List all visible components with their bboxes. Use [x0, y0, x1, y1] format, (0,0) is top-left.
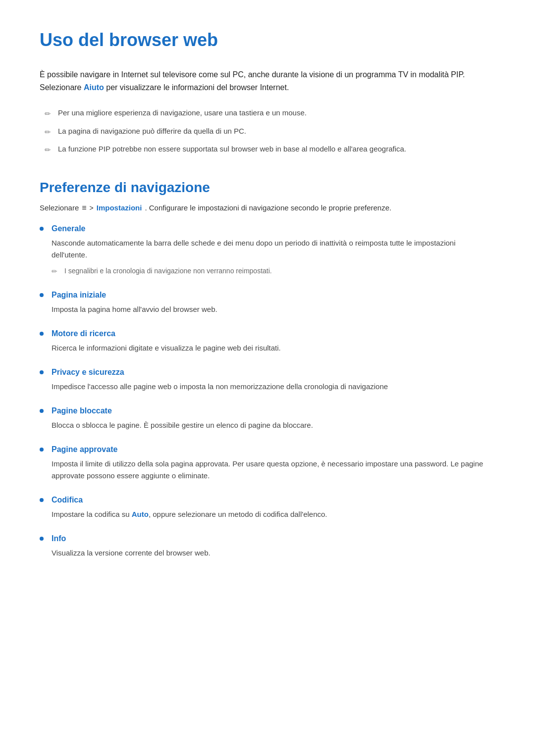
bullet-dot-pagine-bloccate	[40, 409, 44, 413]
section-title: Preferenze di navigazione	[40, 180, 495, 196]
page-title: Uso del browser web	[40, 30, 495, 50]
item-header-generale: Generale	[40, 224, 495, 233]
bullet-dot-codifica	[40, 498, 44, 502]
codifica-text-after: , oppure selezionare un metodo di codifi…	[149, 510, 327, 518]
bullet-dot-privacy	[40, 370, 44, 374]
item-header-codifica: Codifica	[40, 496, 495, 504]
pencil-icon-generale: ✏	[52, 266, 57, 277]
item-description-motore-ricerca: Ricerca le informazioni digitate e visua…	[40, 342, 485, 354]
bullet-text-2: La pagina di navigazione può differire d…	[58, 126, 246, 137]
bullet-item-3: ✏ La funzione PIP potrebbe non essere su…	[45, 144, 495, 156]
item-header-pagine-approvate: Pagine approvate	[40, 445, 495, 454]
bullet-text-3: La funzione PIP potrebbe non essere supp…	[58, 144, 406, 155]
pencil-icon-1: ✏	[45, 108, 51, 120]
list-item-motore-ricerca: Motore di ricerca Ricerca le informazion…	[40, 329, 495, 354]
settings-link[interactable]: Impostazioni	[97, 203, 142, 212]
item-header-pagina-iniziale: Pagina iniziale	[40, 291, 495, 300]
item-header-motore-ricerca: Motore di ricerca	[40, 329, 495, 338]
item-title-generale[interactable]: Generale	[52, 224, 85, 233]
item-description-pagine-approvate: Imposta il limite di utilizzo della sola…	[40, 458, 485, 482]
item-title-codifica[interactable]: Codifica	[52, 496, 83, 504]
intro-bullets: ✏ Per una migliore esperienza di navigaz…	[40, 107, 495, 156]
item-title-pagine-approvate[interactable]: Pagine approvate	[52, 445, 117, 454]
item-description-pagina-iniziale: Imposta la pagina home all'avvio del bro…	[40, 303, 485, 315]
menu-icon: ≡	[82, 203, 86, 212]
bullet-dot-generale	[40, 227, 44, 231]
bullet-text-1: Per una migliore esperienza di navigazio…	[58, 107, 307, 119]
pencil-icon-3: ✏	[45, 145, 51, 156]
item-title-info[interactable]: Info	[52, 534, 66, 543]
codifica-auto-link[interactable]: Auto	[132, 510, 149, 518]
item-header-privacy: Privacy e sicurezza	[40, 368, 495, 377]
list-item-pagine-bloccate: Pagine bloccate Blocca o sblocca le pagi…	[40, 406, 495, 431]
aiuto-link[interactable]: Aiuto	[84, 83, 104, 92]
settings-items-list: Generale Nasconde automaticamente la bar…	[40, 224, 495, 559]
section-intro-after: . Configurare le impostazioni di navigaz…	[145, 203, 391, 212]
item-title-motore-ricerca[interactable]: Motore di ricerca	[52, 329, 115, 338]
intro-paragraph: È possibile navigare in Internet sul tel…	[40, 68, 495, 94]
bullet-dot-pagine-approvate	[40, 448, 44, 452]
note-text-generale: I segnalibri e la cronologia di navigazi…	[64, 266, 272, 276]
codifica-text-before: Impostare la codifica su	[52, 510, 132, 518]
item-header-pagine-bloccate: Pagine bloccate	[40, 406, 495, 415]
pencil-icon-2: ✏	[45, 127, 51, 138]
bullet-dot-info	[40, 537, 44, 541]
bullet-dot-motore-ricerca	[40, 332, 44, 336]
item-description-generale: Nasconde automaticamente la barra delle …	[40, 237, 485, 261]
arrow-icon: >	[90, 204, 94, 212]
item-description-privacy: Impedisce l'accesso alle pagine web o im…	[40, 381, 485, 393]
item-title-pagina-iniziale[interactable]: Pagina iniziale	[52, 291, 106, 300]
bullet-item-1: ✏ Per una migliore esperienza di navigaz…	[45, 107, 495, 120]
item-title-privacy[interactable]: Privacy e sicurezza	[52, 368, 124, 377]
item-title-pagine-bloccate[interactable]: Pagine bloccate	[52, 406, 112, 415]
bullet-item-2: ✏ La pagina di navigazione può differire…	[45, 126, 495, 138]
list-item-generale: Generale Nasconde automaticamente la bar…	[40, 224, 495, 277]
bullet-dot-pagina-iniziale	[40, 293, 44, 297]
item-description-codifica: Impostare la codifica su Auto, oppure se…	[40, 508, 485, 520]
item-description-info: Visualizza la versione corrente del brow…	[40, 547, 485, 559]
list-item-pagina-iniziale: Pagina iniziale Imposta la pagina home a…	[40, 291, 495, 315]
section-intro-before: Selezionare	[40, 203, 79, 212]
list-item-privacy: Privacy e sicurezza Impedisce l'accesso …	[40, 368, 495, 393]
list-item-pagine-approvate: Pagine approvate Imposta il limite di ut…	[40, 445, 495, 482]
list-item-codifica: Codifica Impostare la codifica su Auto, …	[40, 496, 495, 520]
intro-text-after: per visualizzare le informazioni del bro…	[104, 83, 289, 92]
item-description-pagine-bloccate: Blocca o sblocca le pagine. È possibile …	[40, 419, 485, 431]
item-note-generale: ✏ I segnalibri e la cronologia di naviga…	[40, 266, 495, 277]
item-header-info: Info	[40, 534, 495, 543]
section-intro: Selezionare ≡ > Impostazioni . Configura…	[40, 203, 495, 212]
list-item-info: Info Visualizza la versione corrente del…	[40, 534, 495, 559]
